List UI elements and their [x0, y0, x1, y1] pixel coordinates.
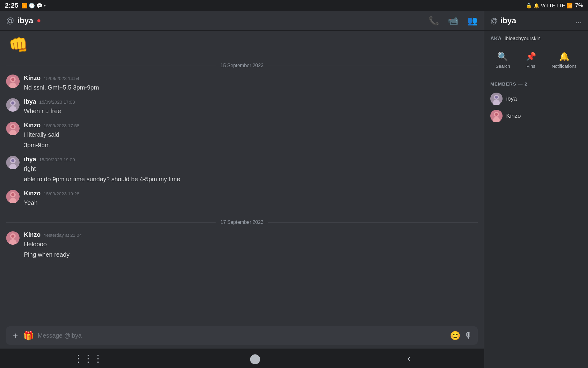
right-panel-header: @ ibya ... — [484, 11, 588, 31]
notifications-panel-icon: 🔔 — [559, 52, 570, 62]
member-avatar-ibya — [490, 93, 503, 105]
pins-panel-icon: 📌 — [526, 52, 536, 62]
message-input[interactable] — [38, 332, 446, 339]
message-content: Kinzo 15/09/2023 14:54 Nd ssnl. Gmt+5.5 … — [24, 75, 478, 92]
right-panel-name: ibya — [500, 16, 516, 25]
avatar-kinzo — [6, 190, 20, 203]
message-text-line2: 3pm-9pm — [24, 140, 478, 150]
message-group: ibya 15/09/2023 19:09 right able to do 9… — [6, 156, 478, 184]
menu-nav-icon[interactable]: ⋮⋮⋮ — [66, 350, 110, 367]
message-author: ibya — [24, 98, 36, 105]
status-bar-right: 🔒 🔔 VoLTE LTE 📶 7% — [526, 2, 583, 9]
member-item-kinzo[interactable]: Kinzo — [490, 107, 582, 125]
right-panel-at-symbol: @ — [490, 17, 498, 25]
aka-label: AKA — [490, 36, 502, 42]
at-symbol: @ — [6, 16, 14, 25]
message-timestamp: 15/09/2023 19:28 — [43, 191, 79, 196]
more-options-icon[interactable]: ... — [575, 16, 582, 25]
message-author: Kinzo — [24, 122, 40, 129]
add-icon[interactable]: ＋ — [11, 330, 20, 341]
panel-icons: 🔍 Search 📌 Pins 🔔 Notifications — [484, 44, 588, 76]
message-timestamp: 15/09/2023 17:03 — [39, 99, 75, 105]
notifications-panel-label: Notifications — [552, 63, 577, 69]
voice-call-icon[interactable]: 📞 — [428, 16, 439, 26]
search-panel-icon: 🔍 — [497, 52, 508, 62]
message-group: Kinzo 15/09/2023 17:58 I literally said … — [6, 122, 478, 150]
message-content: Kinzo 15/09/2023 19:28 Yeah — [24, 190, 478, 207]
online-indicator — [37, 19, 40, 22]
mic-icon[interactable]: 🎙 — [464, 331, 473, 341]
gift-icon[interactable]: 🎁 — [23, 331, 34, 341]
avatar-kinzo — [6, 231, 20, 245]
message-content: ibya 15/09/2023 17:03 When r u free — [24, 98, 478, 116]
message-text: Yeah — [24, 198, 478, 207]
message-group: Kinzo Yesterday at 21:04 Heloooo Ping wh… — [6, 231, 478, 259]
message-input-container: ＋ 🎁 😊 🎙 — [0, 323, 484, 348]
battery-icon: 🔒 🔔 VoLTE LTE 📶 — [526, 3, 573, 9]
svg-point-19 — [11, 193, 14, 196]
avatar-kinzo — [6, 75, 20, 88]
date-divider-2-text: 17 September 2023 — [216, 220, 269, 225]
emoji-message: 👊 — [6, 36, 478, 54]
message-header: Kinzo 15/09/2023 17:58 — [24, 122, 478, 129]
status-bar: 2:25 📶 🕐 💬 • 🔒 🔔 VoLTE LTE 📶 7% — [0, 0, 588, 11]
date-divider-2: 17 September 2023 — [6, 220, 478, 225]
members-section: MEMBERS — 2 ibya Kinzo — [484, 76, 588, 129]
svg-point-7 — [11, 102, 14, 105]
chat-title: ibya — [17, 16, 33, 25]
video-call-icon[interactable]: 📹 — [448, 16, 458, 26]
svg-point-11 — [11, 125, 14, 128]
message-text: I literally said — [24, 130, 478, 139]
svg-point-23 — [11, 235, 14, 238]
message-author: ibya — [24, 156, 36, 163]
message-timestamp: 15/09/2023 17:58 — [43, 123, 79, 128]
message-author: Kinzo — [24, 75, 40, 82]
message-text: When r u free — [24, 106, 478, 116]
message-text: right — [24, 164, 478, 173]
message-group: ibya 15/09/2023 17:03 When r u free — [6, 98, 478, 116]
battery-level: 7% — [575, 2, 583, 9]
message-group: Kinzo 15/09/2023 19:28 Yeah — [6, 190, 478, 207]
member-name-ibya: ibya — [506, 95, 517, 102]
aka-value: ibleachyourskin — [505, 36, 541, 42]
message-content: Kinzo Yesterday at 21:04 Heloooo Ping wh… — [24, 231, 478, 259]
member-avatar-kinzo — [490, 110, 503, 122]
message-content: Kinzo 15/09/2023 17:58 I literally said … — [24, 122, 478, 150]
chat-area: @ ibya 📞 📹 👥 👊 15 September 2023 — [0, 11, 484, 368]
notifications-panel-button[interactable]: 🔔 Notifications — [547, 49, 582, 71]
chat-header: @ ibya 📞 📹 👥 — [0, 11, 484, 31]
members-icon[interactable]: 👥 — [467, 16, 478, 26]
right-panel-title-row: @ ibya — [490, 16, 516, 25]
message-text: Heloooo — [24, 240, 478, 249]
fist-emoji: 👊 — [9, 36, 28, 54]
avatar-kinzo — [6, 122, 20, 135]
message-header: ibya 15/09/2023 19:09 — [24, 156, 478, 163]
message-input-bar: ＋ 🎁 😊 🎙 — [6, 326, 478, 345]
message-header: Kinzo 15/09/2023 14:54 — [24, 75, 478, 82]
home-nav-icon[interactable]: ⬤ — [242, 350, 268, 367]
main-container: @ ibya 📞 📹 👥 👊 15 September 2023 — [0, 11, 588, 368]
status-bar-left: 2:25 📶 🕐 💬 • — [5, 2, 46, 10]
message-author: Kinzo — [24, 231, 40, 238]
search-panel-label: Search — [496, 63, 510, 69]
member-name-kinzo: Kinzo — [506, 113, 521, 119]
message-group: Kinzo 15/09/2023 14:54 Nd ssnl. Gmt+5.5 … — [6, 75, 478, 92]
pins-panel-button[interactable]: 📌 Pins — [521, 49, 541, 71]
nav-bar: ⋮⋮⋮ ⬤ ‹ — [0, 348, 484, 368]
signal-icons: 📶 🕐 💬 • — [21, 3, 46, 9]
message-text: Nd ssnl. Gmt+5.5 3pm-9pm — [24, 83, 478, 92]
chat-header-left: @ ibya — [6, 16, 40, 25]
time-display: 2:25 — [5, 2, 18, 10]
search-panel-button[interactable]: 🔍 Search — [491, 49, 515, 71]
message-header: ibya 15/09/2023 17:03 — [24, 98, 478, 105]
date-divider-1-text: 15 September 2023 — [216, 63, 269, 68]
right-panel: @ ibya ... AKA ibleachyourskin 🔍 Search … — [484, 11, 588, 368]
avatar-ibya — [6, 98, 20, 112]
back-nav-icon[interactable]: ‹ — [400, 350, 418, 366]
message-timestamp: Yesterday at 21:04 — [43, 232, 82, 238]
svg-point-27 — [495, 96, 498, 99]
message-timestamp: 15/09/2023 14:54 — [43, 76, 79, 81]
emoji-icon[interactable]: 😊 — [450, 331, 461, 341]
message-timestamp: 15/09/2023 19:09 — [39, 157, 75, 162]
member-item-ibya[interactable]: ibya — [490, 90, 582, 107]
